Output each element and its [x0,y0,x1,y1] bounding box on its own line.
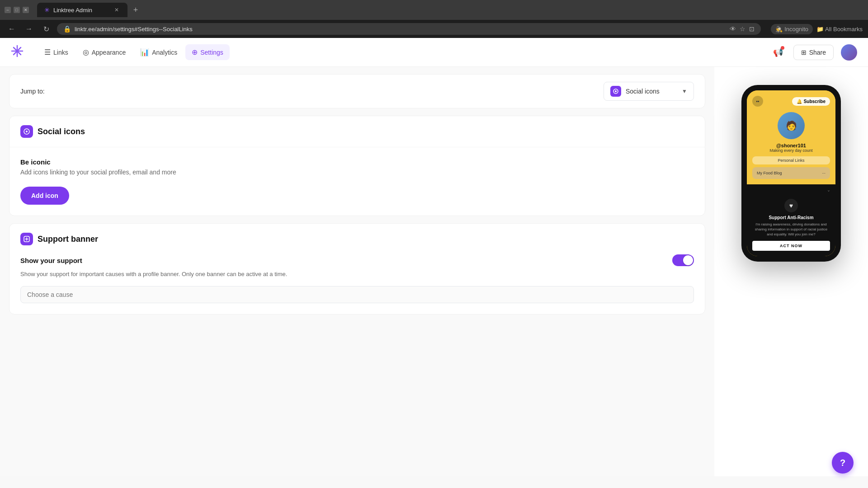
browser-tab[interactable]: ✳ Linktree Admin ✕ [37,3,127,17]
jump-selected-text: Social icons [626,88,677,95]
user-avatar[interactable] [841,44,857,61]
incognito-label: Incognito [784,26,808,33]
share-button[interactable]: ⊞ Share [793,45,834,60]
nav-analytics[interactable]: 📊 Analytics [134,44,184,60]
add-icon-button[interactable]: Add icon [20,187,69,205]
new-tab-button[interactable]: + [129,4,142,16]
nav-appearance-label: Appearance [92,49,126,56]
nav-settings[interactable]: ⊕ Settings [185,44,230,60]
jump-bar: Jump to: Social icons ▼ [9,74,705,108]
nav-links[interactable]: ☰ Links [38,44,75,60]
url-bar[interactable]: 🔒 linktr.ee/admin/settings#Settings--Soc… [57,23,761,35]
social-icons-section: Social icons Be iconic Add icons linking… [9,116,705,216]
share-label: Share [809,49,826,56]
social-icons-icon [20,125,33,138]
phone-tagline: Making every day count [752,148,830,153]
close-tab-button[interactable]: ✕ [113,6,120,14]
share-icon: ⊞ [801,49,807,56]
subscribe-label: Subscribe [804,99,826,104]
support-desc: Show your support for important causes w… [20,270,694,279]
incognito-icon: 🕵 [775,26,783,33]
phone-food-blog-btn: My Food Blog ··· [752,167,830,179]
be-iconic-desc: Add icons linking to your social profile… [20,169,694,176]
phone-personal-links: Personal Links [752,156,830,164]
settings-icon: ⊕ [192,48,198,56]
phone-preview: •• 🔔 Subscribe 🧑 @shoner101 Making every… [714,67,868,476]
notifications-button[interactable]: 📢 [770,44,786,61]
jump-select[interactable]: Social icons ▼ [604,82,694,101]
phone-link-text: My Food Blog [757,171,782,175]
jump-label: Jump to: [20,88,45,95]
chevron-down-icon: ▼ [682,88,687,94]
lock-icon: 🔒 [63,25,71,33]
content-area: Jump to: Social icons ▼ [0,67,868,476]
phone-chevron-down: ˅ [827,190,830,196]
url-text: linktr.ee/admin/settings#Settings--Socia… [75,26,193,33]
support-banner-icon [20,233,33,245]
nav-links-label: Links [53,49,68,56]
help-button[interactable]: ? [832,452,854,474]
phone-cause-title: Support Anti-Racism [752,215,830,220]
bookmarks-label[interactable]: 📁 All Bookmarks [816,26,863,33]
phone-avatar: 🧑 [778,112,805,139]
show-support-label: Show your support [20,257,82,264]
support-banner-section: Support banner Show your support Show yo… [9,223,705,314]
phone-username: @shoner101 [752,143,830,148]
phone-bottom: ˅ ♥ Support Anti-Racism I'm raising awar… [747,184,835,256]
phone-link-dots: ··· [822,171,826,175]
question-mark-icon: ? [840,458,845,468]
social-icons-title: Social icons [38,127,85,136]
social-icons-header: Social icons [9,116,705,147]
phone-actions: •• 🔔 Subscribe [752,96,830,107]
reload-button[interactable]: ↻ [40,23,52,35]
phone-cause-desc: I'm raising awareness, driving donations… [752,222,830,237]
eye-slash-icon: 👁 [730,25,736,33]
phone-bottom-actions: ˅ [752,190,830,196]
incognito-button[interactable]: 🕵 Incognito [771,24,813,34]
show-support-row: Show your support [20,254,694,266]
forward-button[interactable]: → [23,23,35,35]
maximize-button[interactable]: □ [14,7,20,13]
phone-avatar-image: 🧑 [778,112,805,139]
support-banner-title: Support banner [38,235,98,244]
split-view-icon: ⊡ [749,25,755,33]
jump-icon [610,86,621,97]
svg-point-3 [26,131,28,132]
notification-badge [781,46,784,50]
phone-frame: •• 🔔 Subscribe 🧑 @shoner101 Making every… [741,85,841,262]
social-icons-body: Be iconic Add icons linking to your soci… [9,147,705,216]
nav-appearance[interactable]: ◎ Appearance [76,44,132,60]
phone-top: •• 🔔 Subscribe 🧑 @shoner101 Making every… [747,90,835,184]
appearance-icon: ◎ [83,48,89,56]
logo[interactable] [11,45,24,60]
phone-screen: •• 🔔 Subscribe 🧑 @shoner101 Making every… [747,90,835,256]
nav-settings-label: Settings [200,49,223,56]
svg-point-1 [615,90,617,92]
top-navigation: ☰ Links ◎ Appearance 📊 Analytics ⊕ Setti… [0,38,868,67]
analytics-icon: 📊 [140,48,149,56]
choose-cause-input[interactable] [20,286,694,303]
phone-subscribe-btn: 🔔 Subscribe [792,97,830,106]
nav-right: 📢 ⊞ Share [770,44,857,61]
tab-favicon: ✳ [44,6,50,14]
star-icon: ☆ [740,25,745,33]
support-banner-body: Show your support Show your support for … [9,254,705,314]
main-content: Jump to: Social icons ▼ [0,67,714,476]
back-button[interactable]: ← [5,23,18,35]
be-iconic-title: Be iconic [20,158,694,166]
bell-small-icon: 🔔 [797,99,802,104]
nav-analytics-label: Analytics [152,49,177,56]
phone-menu-dots: •• [752,96,763,107]
toggle-knob [683,255,693,265]
avatar-image [841,44,857,61]
links-icon: ☰ [44,48,51,56]
close-button[interactable]: ✕ [23,7,29,13]
support-toggle[interactable] [672,254,694,266]
nav-items: ☰ Links ◎ Appearance 📊 Analytics ⊕ Setti… [38,44,770,60]
choose-cause-container [20,286,694,303]
phone-heart-icon: ♥ [784,199,798,212]
support-banner-header: Support banner [9,224,705,254]
minimize-button[interactable]: – [5,7,11,13]
tab-title: Linktree Admin [53,7,92,14]
phone-act-now-btn: ACT NOW [752,241,830,251]
